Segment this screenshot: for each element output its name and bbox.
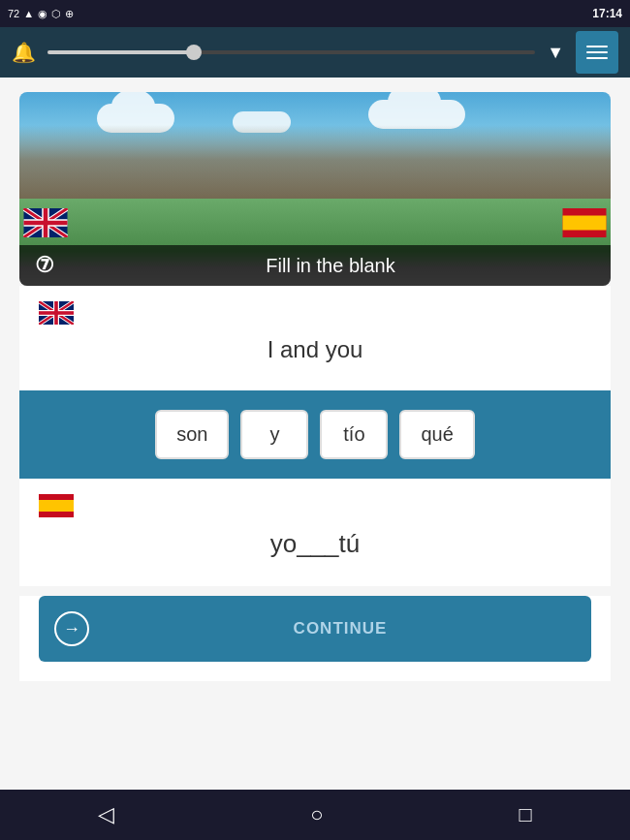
continue-button[interactable]: → CONTINUE (39, 596, 591, 662)
recents-button[interactable]: □ (500, 794, 551, 835)
bottom-nav: ◁ ○ □ (0, 790, 630, 840)
status-icon-nfc: ⬡ (51, 8, 61, 20)
main-content: ⑦ Fill in the blank I and you son y t (0, 78, 630, 696)
continue-arrow-icon: → (54, 611, 89, 646)
uk-flag-overlay (19, 204, 72, 245)
word-choice-son[interactable]: son (155, 410, 229, 459)
word-choice-que[interactable]: qué (399, 410, 474, 459)
uk-flag-svg (23, 208, 68, 237)
continue-label: CONTINUE (105, 619, 576, 638)
spanish-section: yo___tú (19, 479, 611, 586)
status-icon-wifi: ▲ (23, 8, 34, 19)
hamburger-icon (586, 46, 608, 59)
question-title: Fill in the blank (66, 255, 595, 277)
svg-rect-8 (44, 208, 48, 237)
spain-flag-svg (562, 208, 607, 237)
question-header: ⑦ Fill in the blank (19, 245, 611, 286)
word-choice-y[interactable]: y (240, 410, 308, 459)
status-icon-bluetooth: ◉ (38, 8, 47, 20)
status-left: 72 ▲ ◉ ⬡ ⊕ (8, 8, 74, 20)
home-button[interactable]: ○ (291, 794, 342, 835)
english-section: I and you (19, 286, 611, 390)
spanish-phrase: yo___tú (39, 521, 591, 567)
svg-rect-10 (563, 216, 607, 231)
battery-level: 72 (8, 8, 19, 19)
slider-thumb (186, 45, 202, 60)
word-choices-section: son y tío qué (19, 390, 611, 479)
english-phrase: I and you (39, 328, 591, 371)
status-bar: 72 ▲ ◉ ⬡ ⊕ 17:14 (0, 0, 630, 27)
uk-flag-small (39, 301, 591, 328)
continue-section: → CONTINUE (19, 596, 611, 681)
back-button[interactable]: ◁ (79, 794, 134, 835)
spain-flag-small (39, 494, 591, 521)
progress-slider[interactable] (47, 50, 535, 54)
hero-card: ⑦ Fill in the blank (19, 92, 611, 286)
status-icon-lock: ⊕ (65, 8, 74, 20)
spain-flag-overlay (558, 204, 611, 245)
dropdown-button[interactable]: ▼ (547, 43, 564, 63)
slider-fill (47, 50, 194, 54)
word-choice-tio[interactable]: tío (320, 410, 388, 459)
word-choices-row: son y tío qué (35, 410, 595, 459)
svg-rect-21 (39, 500, 74, 512)
menu-button[interactable] (576, 31, 618, 74)
status-time: 17:14 (592, 7, 622, 20)
nav-bar: 🔔 ▼ (0, 27, 630, 78)
bell-icon[interactable]: 🔔 (12, 41, 36, 64)
question-number: ⑦ (35, 253, 54, 278)
svg-rect-19 (54, 301, 58, 325)
